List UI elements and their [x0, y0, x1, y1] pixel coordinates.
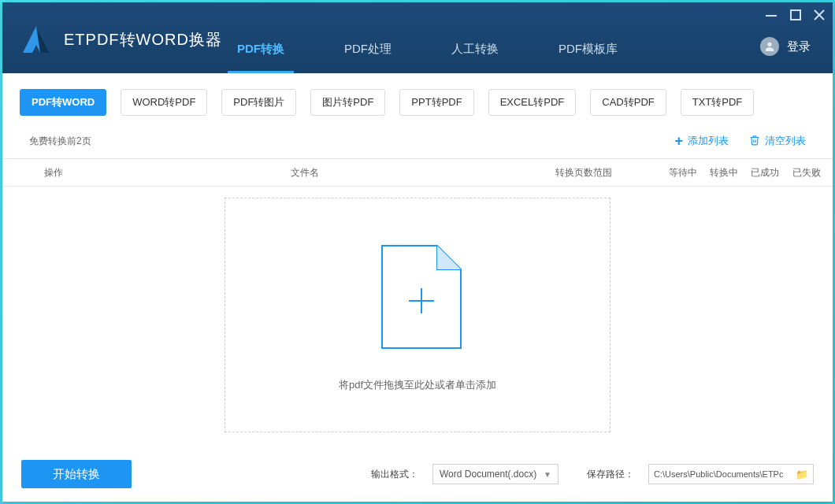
bottom-bar: 开始转换 输出格式： Word Document(.docx) ▼ 保存路径： … [2, 447, 833, 502]
col-operation: 操作 [2, 166, 105, 180]
app-title: ETPDF转WORD换器 [64, 29, 222, 50]
type-txt-to-pdf[interactable]: TXT转PDF [681, 89, 755, 116]
dropzone-hint: 将pdf文件拖拽至此处或者单击添加 [339, 378, 496, 392]
type-cad-to-pdf[interactable]: CAD转PDF [590, 89, 666, 116]
trash-icon [749, 135, 760, 148]
app-window: ETPDF转WORD换器 登录 PDF转换 PDF处理 人工转换 PDF模板库 … [2, 2, 833, 502]
content-area: 将pdf文件拖拽至此处或者单击添加 [2, 187, 833, 447]
type-pdf-to-word[interactable]: PDF转WORD [20, 89, 106, 116]
close-button[interactable] [814, 9, 825, 23]
type-ppt-to-pdf[interactable]: PPT转PDF [399, 89, 473, 116]
type-pdf-to-image[interactable]: PDF转图片 [221, 89, 296, 116]
avatar-icon [760, 37, 779, 56]
svg-rect-0 [766, 15, 777, 17]
col-page-range: 转换页数范围 [505, 166, 662, 180]
save-path-input[interactable]: C:\Users\Public\Documents\ETPc 📁 [648, 464, 814, 484]
col-waiting: 等待中 [662, 166, 703, 180]
logo-icon [17, 20, 56, 59]
conversion-type-bar: PDF转WORD WORD转PDF PDF转图片 图片转PDF PPT转PDF … [2, 81, 833, 124]
login-label: 登录 [787, 39, 811, 54]
free-hint-label: 免费转换前2页 [29, 135, 91, 148]
svg-rect-1 [791, 10, 800, 20]
svg-point-6 [767, 43, 771, 46]
chevron-down-icon: ▼ [544, 470, 551, 479]
tab-pdf-templates[interactable]: PDF模板库 [552, 42, 624, 73]
table-header: 操作 文件名 转换页数范围 等待中 转换中 已成功 已失败 [2, 158, 833, 187]
output-format-select[interactable]: Word Document(.docx) ▼ [432, 464, 559, 484]
tab-manual-convert[interactable]: 人工转换 [445, 42, 505, 73]
plus-icon: + [674, 133, 683, 150]
minimize-button[interactable] [765, 9, 777, 24]
clear-list-button[interactable]: 清空列表 [749, 134, 806, 148]
maximize-button[interactable] [790, 9, 801, 23]
type-excel-to-pdf[interactable]: EXCEL转PDF [488, 89, 577, 116]
file-add-icon [366, 238, 469, 356]
tab-pdf-process[interactable]: PDF处理 [338, 42, 398, 73]
type-image-to-pdf[interactable]: 图片转PDF [310, 89, 385, 116]
col-success: 已成功 [744, 166, 785, 180]
titlebar: ETPDF转WORD换器 登录 PDF转换 PDF处理 人工转换 PDF模板库 [2, 2, 833, 73]
type-word-to-pdf[interactable]: WORD转PDF [121, 89, 207, 116]
col-converting: 转换中 [703, 166, 744, 180]
col-filename: 文件名 [105, 166, 505, 180]
file-dropzone[interactable]: 将pdf文件拖拽至此处或者单击添加 [225, 198, 610, 432]
nav-tabs: PDF转换 PDF处理 人工转换 PDF模板库 [231, 42, 624, 73]
svg-marker-7 [437, 246, 461, 269]
start-convert-button[interactable]: 开始转换 [21, 460, 132, 488]
window-controls [765, 9, 825, 24]
col-failed: 已失败 [785, 166, 833, 180]
add-list-button[interactable]: + 添加列表 [674, 133, 729, 150]
save-path-label: 保存路径： [587, 468, 634, 481]
output-format-label: 输出格式： [371, 468, 418, 481]
logo-area: ETPDF转WORD换器 [17, 20, 222, 59]
tab-pdf-convert[interactable]: PDF转换 [231, 42, 291, 73]
login-button[interactable]: 登录 [760, 37, 811, 56]
actions-row: 免费转换前2页 + 添加列表 清空列表 [2, 124, 833, 158]
folder-icon: 📁 [796, 469, 808, 480]
